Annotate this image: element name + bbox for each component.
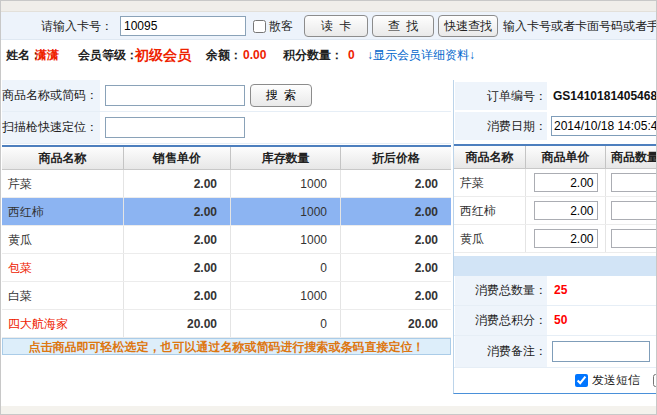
cell-price: 2.00 <box>124 254 231 281</box>
card-input-hint: 输入卡号或者卡面号码或者手机号 <box>503 12 657 40</box>
item-price-input[interactable] <box>534 201 598 220</box>
header-item-price: 商品单价 <box>526 146 606 168</box>
header-product-name: 商品名称 <box>2 147 124 169</box>
item-name: 黄瓜 <box>454 225 526 252</box>
table-row[interactable]: 包菜 2.00 0 2.00 <box>2 254 451 282</box>
cell-discounted: 2.00 <box>341 282 451 309</box>
item-price-input[interactable] <box>534 229 598 248</box>
balance-label: 余额： <box>206 40 242 70</box>
total-points-row: 消费总积分： 50 <box>454 306 657 336</box>
cell-name: 白菜 <box>2 282 124 309</box>
card-number-input[interactable] <box>120 16 246 36</box>
total-qty-value: 25 <box>554 276 567 305</box>
member-name: 潇潇 <box>35 40 59 70</box>
total-points-value: 50 <box>554 306 567 335</box>
remark-input[interactable] <box>552 341 650 362</box>
total-qty-label: 消费总数量： <box>455 276 547 305</box>
order-no-value: GS1410181405468 <box>553 82 657 110</box>
show-member-detail-link[interactable]: ↓显示会员详细资料↓ <box>367 40 475 70</box>
cell-stock: 0 <box>231 310 341 337</box>
cell-discounted: 2.00 <box>341 254 451 281</box>
cell-stock: 0 <box>231 254 341 281</box>
header-stock-qty: 库存数量 <box>231 147 341 169</box>
remark-row: 消费备注： <box>454 336 657 368</box>
member-info-row: 姓名： 潇潇 会员等级： 初级会员 余额： 0.00 积分数量： 0 ↓显示会员… <box>1 40 657 70</box>
item-price-input[interactable] <box>534 173 598 192</box>
cell-discounted: 20.00 <box>341 310 451 337</box>
search-button[interactable]: 搜 索 <box>250 84 312 107</box>
points-value: 0 <box>348 40 355 70</box>
member-level: 初级会员 <box>135 40 191 70</box>
order-no-label: 订单编号： <box>455 82 547 110</box>
item-name: 西红柿 <box>454 197 526 224</box>
bottom-strip <box>1 405 657 415</box>
order-item-row: 黄瓜 <box>454 225 657 253</box>
order-table-header: 商品名称 商品单价 商品数量 <box>454 146 657 169</box>
cell-name: 芹菜 <box>2 170 124 197</box>
item-name: 芹菜 <box>454 169 526 196</box>
walkin-label: 散客 <box>269 12 293 40</box>
cell-price: 20.00 <box>124 310 231 337</box>
cell-price: 2.00 <box>124 198 231 225</box>
header-sale-price: 销售单价 <box>124 147 231 169</box>
table-row[interactable]: 芹菜 2.00 1000 2.00 <box>2 170 451 198</box>
panel-spacer <box>454 256 657 276</box>
card-toolbar: 请输入卡号： 散客 读 卡 查 找 快速查找 输入卡号或者卡面号码或者手机号 <box>1 12 657 40</box>
product-table-header: 商品名称 销售单价 库存数量 折后价格 <box>2 147 451 170</box>
remark-label: 消费备注： <box>455 336 547 367</box>
clipped-checkbox[interactable] <box>653 374 657 387</box>
send-sms-checkbox[interactable] <box>575 374 588 387</box>
product-search-label: 商品名称或简码： <box>2 80 100 111</box>
cell-stock: 1000 <box>231 226 341 253</box>
product-search-row: 商品名称或简码： 搜 索 <box>2 80 451 112</box>
item-qty-input[interactable] <box>611 201 657 220</box>
cell-name: 四大航海家 <box>2 310 124 337</box>
scanner-locate-row: 扫描枪快速定位： <box>2 112 451 144</box>
quick-find-button[interactable]: 快速查找 <box>438 15 498 37</box>
cell-name: 西红柿 <box>2 198 124 225</box>
product-table: 商品名称 销售单价 库存数量 折后价格 芹菜 2.00 1000 2.00 西红… <box>2 145 451 355</box>
order-items-table: 商品名称 商品单价 商品数量 芹菜 西红柿 黄瓜 <box>454 144 657 253</box>
order-panel: 订单编号： GS1410181405468 消费日期： 商品名称 商品单价 商品… <box>453 80 657 394</box>
scanner-locate-input[interactable] <box>105 117 245 138</box>
table-row-selected[interactable]: 西红柿 2.00 1000 2.00 <box>2 198 451 226</box>
item-qty-input[interactable] <box>611 173 657 192</box>
cell-price: 2.00 <box>124 226 231 253</box>
cell-name: 黄瓜 <box>2 226 124 253</box>
balance-value: 0.00 <box>243 40 266 70</box>
sms-row: 发送短信 <box>454 368 657 393</box>
cell-price: 2.00 <box>124 282 231 309</box>
walkin-checkbox[interactable] <box>253 20 266 33</box>
header-discount-price: 折后价格 <box>341 147 451 169</box>
item-qty-input[interactable] <box>611 229 657 248</box>
cell-discounted: 2.00 <box>341 226 451 253</box>
header-item-qty: 商品数量 <box>606 146 657 168</box>
order-date-input[interactable] <box>551 116 657 136</box>
total-points-label: 消费总积分： <box>455 306 547 335</box>
read-card-button[interactable]: 读 卡 <box>304 15 368 37</box>
scanner-locate-label: 扫描枪快速定位： <box>2 112 100 143</box>
cell-stock: 1000 <box>231 282 341 309</box>
cell-stock: 1000 <box>231 198 341 225</box>
order-item-row: 芹菜 <box>454 169 657 197</box>
order-item-row: 西红柿 <box>454 197 657 225</box>
header-item-name: 商品名称 <box>454 146 526 168</box>
find-button[interactable]: 查 找 <box>372 15 434 37</box>
table-row[interactable]: 四大航海家 20.00 0 20.00 <box>2 310 451 338</box>
cell-stock: 1000 <box>231 170 341 197</box>
member-level-label: 会员等级： <box>78 40 138 70</box>
cell-name: 包菜 <box>2 254 124 281</box>
total-qty-row: 消费总数量： 25 <box>454 276 657 306</box>
cell-discounted: 2.00 <box>341 170 451 197</box>
product-search-input[interactable] <box>105 85 245 106</box>
table-row[interactable]: 白菜 2.00 1000 2.00 <box>2 282 451 310</box>
cell-price: 2.00 <box>124 170 231 197</box>
points-label: 积分数量： <box>283 40 343 70</box>
cell-discounted: 2.00 <box>341 198 451 225</box>
table-usage-hint: 点击商品即可轻松选定，也可以通过名称或简码进行搜索或条码直接定位！ <box>2 338 451 355</box>
top-strip <box>1 1 657 12</box>
table-row[interactable]: 黄瓜 2.00 1000 2.00 <box>2 226 451 254</box>
card-number-label: 请输入卡号： <box>1 12 113 40</box>
pos-window: 请输入卡号： 散客 读 卡 查 找 快速查找 输入卡号或者卡面号码或者手机号 姓… <box>0 0 657 415</box>
order-date-label: 消费日期： <box>455 112 547 140</box>
